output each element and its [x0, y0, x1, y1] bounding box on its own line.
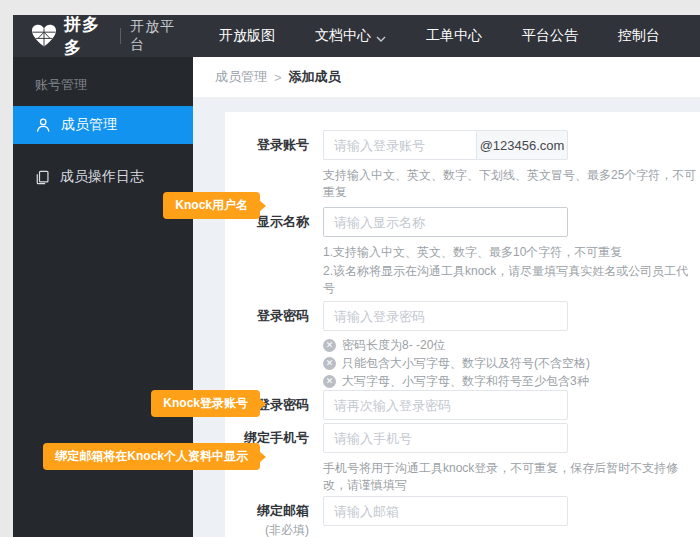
brand[interactable]: 拼多多 开放平台	[31, 13, 183, 59]
chevron-down-icon	[376, 29, 386, 45]
password-label: 登录密码	[225, 301, 323, 390]
login-account-help: 支持输入中文、英文、数字、下划线、英文冒号、最多25个字符，不可重复	[323, 167, 700, 201]
login-account-input[interactable]	[323, 130, 476, 160]
breadcrumb-current: 添加成员	[289, 68, 341, 86]
display-name-row: 显示名称 1.支持输入中文、英文、数字、最多10个字符，不可重复 2.该名称将显…	[225, 207, 700, 297]
x-circle-icon: ✕	[323, 375, 336, 388]
display-name-help-2: 2.该名称将显示在沟通工具knock，请尽量填写真实姓名或公司员工代号	[323, 263, 700, 297]
email-label-optional: (非必填)	[225, 522, 309, 537]
knock-login-account-callout: Knock登录账号	[151, 390, 260, 417]
nav-item-doc-center-label: 文档中心	[315, 27, 371, 45]
breadcrumb: 成员管理 > 添加成员	[193, 57, 700, 97]
x-circle-icon: ✕	[323, 357, 336, 370]
confirm-password-row: 确认登录密码	[225, 390, 700, 420]
sidebar-section-title: 账号管理	[13, 57, 193, 106]
password-row: 登录密码 ✕ 密码长度为8- -20位 ✕ 只能包含大小写字母、数字	[225, 301, 700, 390]
nav-item-platform-announcements[interactable]: 平台公告	[522, 27, 578, 45]
phone-row: 绑定手机号 手机号将用于沟通工具knock登录，不可重复，保存后暂时不支持修改，…	[225, 423, 700, 494]
brand-subtitle: 开放平台	[130, 18, 183, 54]
nav-item-ticket-center[interactable]: 工单中心	[426, 27, 482, 45]
confirm-password-input[interactable]	[323, 390, 568, 420]
nav-item-console[interactable]: 控制台	[618, 27, 660, 45]
email-label-text: 绑定邮箱	[257, 503, 309, 518]
password-rule: ✕ 大写字母、小写字母、数字和符号至少包含3种	[323, 372, 590, 390]
password-rule-text: 只能包含大小写字母、数字以及符号(不含空格)	[342, 355, 590, 372]
password-rule: ✕ 只能包含大小写字母、数字以及符号(不含空格)	[323, 354, 590, 372]
add-member-form-card: 登录账号 @123456.com 支持输入中文、英文、数字、下划线、英文冒号、最…	[225, 112, 700, 537]
main-area: 成员管理 > 添加成员 登录账号 @123456.com 支持输入中文、	[193, 57, 700, 537]
nav-item-open-map[interactable]: 开放版图	[219, 27, 275, 45]
sidebar-item-member-management[interactable]: 成员管理	[13, 106, 193, 144]
nav-menu: 开放版图 文档中心 工单中心 平台公告 控制台	[219, 27, 700, 45]
email-input[interactable]	[323, 496, 568, 526]
email-label: 绑定邮箱 (非必填)	[225, 496, 323, 537]
x-circle-icon: ✕	[323, 339, 336, 352]
page-frame: 拼多多 开放平台 开放版图 文档中心 工单中心 平台公告 控制台 账	[0, 0, 700, 537]
breadcrumb-separator: >	[274, 70, 282, 85]
display-name-label: 显示名称	[225, 207, 323, 297]
log-document-icon	[35, 170, 50, 185]
password-rule-text: 密码长度为8- -20位	[342, 337, 445, 354]
password-rule-text: 大写字母、小写字母、数字和符号至少包含3种	[342, 373, 589, 390]
email-knock-profile-callout: 绑定邮箱将在Knock个人资料中显示	[43, 443, 260, 470]
brand-divider	[120, 28, 121, 44]
user-icon	[35, 117, 51, 133]
knock-username-callout: Knock用户名	[163, 192, 260, 219]
password-input[interactable]	[323, 301, 568, 331]
display-name-help-1: 1.支持输入中文、英文、数字、最多10个字符，不可重复	[323, 244, 700, 261]
brand-name: 拼多多	[64, 13, 111, 59]
sidebar-item-label: 成员管理	[61, 116, 117, 134]
email-row: 绑定邮箱 (非必填)	[225, 496, 700, 537]
breadcrumb-parent[interactable]: 成员管理	[215, 68, 267, 86]
top-navbar: 拼多多 开放平台 开放版图 文档中心 工单中心 平台公告 控制台	[13, 15, 700, 57]
login-account-domain-addon: @123456.com	[476, 130, 568, 160]
login-account-row: 登录账号 @123456.com 支持输入中文、英文、数字、下划线、英文冒号、最…	[225, 130, 700, 201]
sidebar-item-member-operation-log[interactable]: 成员操作日志	[13, 158, 193, 196]
nav-item-doc-center[interactable]: 文档中心	[315, 27, 386, 45]
display-name-input[interactable]	[323, 207, 568, 237]
login-account-label: 登录账号	[225, 130, 323, 201]
sidebar-item-label: 成员操作日志	[60, 168, 144, 186]
password-rule: ✕ 密码长度为8- -20位	[323, 336, 590, 354]
pinduoduo-logo-icon	[31, 24, 57, 48]
phone-help: 手机号将用于沟通工具knock登录，不可重复，保存后暂时不支持修改，请谨慎填写	[323, 460, 700, 494]
phone-input[interactable]	[323, 423, 568, 453]
password-rules: ✕ 密码长度为8- -20位 ✕ 只能包含大小写字母、数字以及符号(不含空格) …	[323, 336, 590, 390]
